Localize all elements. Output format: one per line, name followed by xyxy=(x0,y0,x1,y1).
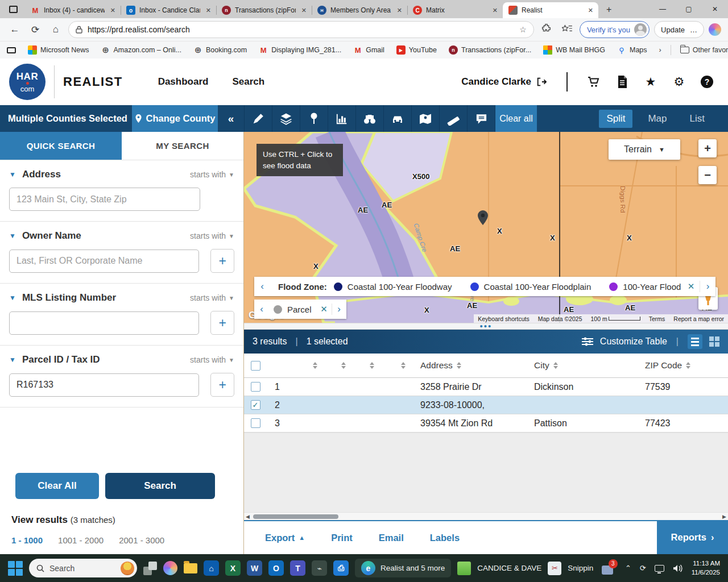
column-address[interactable]: Address xyxy=(420,360,534,371)
minimize-button[interactable]: — xyxy=(650,0,676,18)
scrollbar-thumb[interactable] xyxy=(253,514,338,519)
taskbar-clock[interactable]: 11:13 AM 11/6/2025 xyxy=(692,559,720,577)
teams-icon[interactable]: T xyxy=(290,560,305,576)
extensions-icon[interactable] xyxy=(539,23,555,36)
table-row[interactable]: 1 3258 Prairie Dr Dickinson 77539 xyxy=(244,378,728,396)
tab-realist-active[interactable]: Realist ✕ xyxy=(503,2,598,18)
column-city[interactable]: City xyxy=(534,360,645,371)
pane-splitter[interactable]: ••• xyxy=(244,323,728,330)
word-icon[interactable]: W xyxy=(247,560,262,576)
tab-quick-search[interactable]: QUICK SEARCH xyxy=(0,132,122,160)
taskbar-search[interactable]: Search xyxy=(29,559,137,577)
tab-matrix[interactable]: C Matrix ✕ xyxy=(407,2,503,18)
tab-inbox-outlook[interactable]: o Inbox - Candice Clar ✕ xyxy=(121,2,216,18)
layers-tool-button[interactable] xyxy=(272,105,300,132)
bookmarks-overflow-icon[interactable]: › xyxy=(659,46,661,54)
view-list[interactable]: List xyxy=(682,110,712,128)
terrain-dropdown[interactable]: Terrain▼ xyxy=(609,139,680,160)
add-parcel-button[interactable]: + xyxy=(210,373,234,397)
collapse-panel-button[interactable]: « xyxy=(218,105,244,132)
clear-all-button[interactable]: Clear All xyxy=(15,473,99,499)
horizontal-scrollbar[interactable]: ◀ ▶ xyxy=(244,512,728,520)
map-view-tool-button[interactable] xyxy=(411,105,439,132)
owner-match-dropdown[interactable]: starts with▼ xyxy=(190,231,234,240)
page-range-2[interactable]: 1001 - 2000 xyxy=(58,535,104,545)
add-owner-button[interactable]: + xyxy=(210,249,234,273)
chip-next-icon[interactable]: › xyxy=(332,304,346,315)
chip-close-icon[interactable]: ✕ xyxy=(317,304,332,314)
nav-search[interactable]: Search xyxy=(232,76,264,88)
grid-view-toggle[interactable] xyxy=(709,336,719,347)
gear-icon[interactable]: ⚙ xyxy=(672,75,686,89)
print-button[interactable]: Print xyxy=(331,533,353,543)
favorites-bar-icon[interactable] xyxy=(559,24,575,36)
tab-close-icon[interactable]: ✕ xyxy=(491,7,499,14)
bookmark-youtube[interactable]: ▶YouTube xyxy=(396,45,437,55)
chevron-down-icon[interactable]: ▼ xyxy=(9,171,16,178)
refresh-icon[interactable]: ⟳ xyxy=(27,24,43,36)
select-all-checkbox[interactable] xyxy=(251,361,260,371)
cart-icon[interactable] xyxy=(587,75,601,89)
nav-dashboard[interactable]: Dashboard xyxy=(158,76,209,88)
list-view-toggle[interactable] xyxy=(688,334,702,349)
maximize-button[interactable]: ▢ xyxy=(676,0,702,18)
outlook-icon[interactable]: O xyxy=(268,560,284,576)
microsoft-store-icon[interactable]: ⌂ xyxy=(204,560,219,576)
workspaces-icon[interactable] xyxy=(5,2,22,16)
report-map-error-link[interactable]: Report a map error xyxy=(673,315,724,322)
file-explorer-icon[interactable] xyxy=(184,563,197,573)
bookmark-amazon[interactable]: ⊕Amazon.com – Onli... xyxy=(101,45,181,55)
tab-close-icon[interactable]: ✕ xyxy=(204,7,213,14)
star-icon[interactable]: ★ xyxy=(644,75,657,89)
parcel-match-dropdown[interactable]: starts with▼ xyxy=(190,355,234,364)
tab-close-icon[interactable]: ✕ xyxy=(109,7,117,14)
favorite-star-icon[interactable]: ☆ xyxy=(519,25,527,34)
terms-link[interactable]: Terms xyxy=(649,315,665,322)
sticky-notes-icon[interactable] xyxy=(457,562,471,575)
legend-prev-icon[interactable]: ‹ xyxy=(254,281,270,292)
tab-my-search[interactable]: MY SEARCH xyxy=(122,132,243,160)
view-split[interactable]: Split xyxy=(599,110,632,128)
tab-inbox-gmail[interactable]: M Inbox (4) - candicew ✕ xyxy=(25,2,121,18)
row-checkbox[interactable] xyxy=(251,418,260,428)
measure-tool-button[interactable] xyxy=(439,105,467,132)
snipping-tool-icon[interactable]: ✂ xyxy=(548,562,561,575)
chevron-down-icon[interactable]: ▼ xyxy=(9,356,16,364)
start-button[interactable] xyxy=(8,561,23,576)
sort-column[interactable] xyxy=(358,362,386,369)
bookmark-transactions[interactable]: nTransactions (zipFor... xyxy=(449,45,531,55)
column-zip[interactable]: ZIP Code xyxy=(645,360,727,371)
sort-column[interactable] xyxy=(386,362,420,369)
chart-tool-button[interactable] xyxy=(328,105,355,132)
network-display-icon[interactable] xyxy=(655,565,664,572)
parcel-id-input[interactable] xyxy=(9,373,199,397)
owner-name-input[interactable] xyxy=(9,250,199,273)
task-view-icon[interactable] xyxy=(143,562,157,575)
copilot-icon[interactable] xyxy=(163,561,177,575)
notifications-icon[interactable]: 3 xyxy=(602,562,617,575)
address-match-dropdown[interactable]: starts with▼ xyxy=(190,170,234,179)
mls-match-dropdown[interactable]: starts with▼ xyxy=(190,293,234,302)
bookmark-maps[interactable]: ⚲Maps xyxy=(617,45,647,55)
email-button[interactable]: Email xyxy=(379,533,404,543)
search-area-tool-button[interactable] xyxy=(355,105,383,132)
chip-prev-icon[interactable]: ‹ xyxy=(254,304,269,315)
tray-expand-icon[interactable]: ⌃ xyxy=(625,564,631,572)
customize-table-button[interactable]: Customize Table xyxy=(600,336,667,347)
tab-close-icon[interactable]: ✕ xyxy=(395,7,404,14)
verify-profile-button[interactable]: Verify it's you xyxy=(580,21,650,38)
bookmark-gmail[interactable]: MGmail xyxy=(353,45,384,55)
row-checkbox[interactable] xyxy=(251,382,260,392)
bookmark-wb-mail[interactable]: WB Mail BHGG xyxy=(543,45,605,55)
reports-button[interactable]: Reports› xyxy=(657,520,728,554)
har-logo[interactable]: HAR com xyxy=(9,64,46,100)
page-range-1[interactable]: 1 - 1000 xyxy=(11,535,43,545)
scroll-right-icon[interactable]: ▶ xyxy=(722,514,726,519)
new-tab-button[interactable]: + xyxy=(606,5,611,15)
bookmark-displaying-img[interactable]: MDisplaying IMG_281... xyxy=(259,45,341,55)
clear-all-map-button[interactable]: Clear all xyxy=(495,105,537,132)
add-mls-button[interactable]: + xyxy=(210,311,234,335)
address-bar[interactable]: https://prd.realist.com/search ☆ xyxy=(68,21,534,38)
draw-tool-button[interactable] xyxy=(244,105,272,132)
sort-column[interactable] xyxy=(329,362,358,369)
